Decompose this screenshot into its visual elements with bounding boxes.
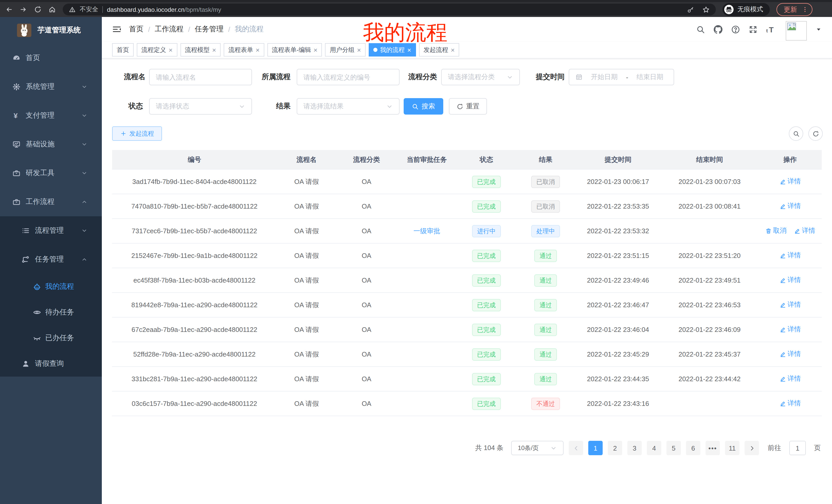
detail-link[interactable]: 详情: [794, 226, 815, 235]
column-header: 结束时间: [660, 155, 758, 164]
submit-time-range[interactable]: 开始日期 - 结束日期: [569, 69, 674, 85]
detail-link[interactable]: 详情: [779, 374, 801, 384]
search-button[interactable]: 搜索: [404, 98, 443, 115]
status-select[interactable]: 请选择状态: [149, 98, 252, 115]
cell-actions: 详情: [758, 177, 822, 187]
category-select[interactable]: 请选择流程分类: [441, 69, 520, 85]
tab-close-icon[interactable]: ×: [407, 47, 411, 53]
breadcrumb-item[interactable]: 任务管理: [195, 25, 224, 34]
detail-link[interactable]: 详情: [779, 325, 801, 334]
sidebar-item-yen[interactable]: ¥支付管理: [0, 101, 102, 130]
detail-link[interactable]: 详情: [779, 399, 801, 408]
kebab-menu-icon[interactable]: [802, 6, 808, 13]
page-button[interactable]: 3: [627, 441, 642, 455]
tab-item[interactable]: 流程表单-编辑×: [267, 43, 322, 57]
chevron-up-icon: [81, 256, 87, 262]
table-row: 7470a810-7b9b-11ec-b5b7-acde48001122OA 请…: [112, 194, 822, 219]
prev-page-button[interactable]: [569, 441, 583, 455]
browser-update-button[interactable]: 更新: [777, 3, 812, 16]
avatar-caret-icon[interactable]: [815, 26, 822, 32]
trash-icon: [765, 228, 772, 234]
sidebar-item-dashboard[interactable]: 首页: [0, 44, 102, 73]
page-button[interactable]: 1: [588, 441, 603, 455]
table-search-toggle-button[interactable]: [789, 127, 803, 141]
cell-process-id: 7317cec6-7b9b-11ec-b5b7-acde48001122: [112, 227, 277, 235]
help-icon[interactable]: [731, 25, 740, 34]
detail-link[interactable]: 详情: [779, 349, 801, 359]
address-bar[interactable]: 不安全 dashboard.yudao.iocoder.cn/bpm/task/…: [63, 4, 716, 16]
page-size-select[interactable]: 10条/页: [511, 441, 564, 455]
reset-button[interactable]: 重置: [449, 98, 487, 115]
table-refresh-button[interactable]: [808, 127, 823, 141]
home-icon[interactable]: [48, 6, 56, 13]
cell-end-time: 2022-01-23 00:08:41: [660, 202, 758, 210]
tab-close-icon[interactable]: ×: [256, 47, 259, 53]
search-icon[interactable]: [696, 25, 705, 34]
tab-item[interactable]: 首页: [112, 43, 134, 57]
fullscreen-icon[interactable]: [749, 25, 757, 34]
sidebar-item-robot[interactable]: 我的流程: [0, 274, 102, 300]
hamburger-icon[interactable]: [112, 25, 121, 34]
chevron-down-icon: [81, 170, 87, 176]
tab-close-icon[interactable]: ×: [451, 47, 454, 53]
page-button[interactable]: 6: [686, 441, 700, 455]
column-header: 流程名: [277, 155, 336, 164]
tab-close-icon[interactable]: ×: [212, 47, 216, 53]
app-logo-row[interactable]: 芋道管理系统: [0, 17, 102, 44]
tab-item[interactable]: 用户分组×: [325, 43, 366, 57]
sidebar-item-briefcase[interactable]: 工作流程: [0, 188, 102, 216]
tab-close-icon[interactable]: ×: [314, 47, 317, 53]
sidebar-item-flow[interactable]: 任务管理: [0, 245, 102, 274]
tab-close-icon[interactable]: ×: [357, 47, 361, 53]
page-button[interactable]: 11: [725, 441, 739, 455]
tab-item[interactable]: 流程定义×: [137, 43, 177, 57]
forward-icon[interactable]: [20, 6, 27, 13]
pager-ellipsis[interactable]: •••: [705, 441, 720, 455]
current-task-link[interactable]: 一级审批: [413, 227, 440, 234]
sidebar-item-gear[interactable]: 系统管理: [0, 73, 102, 101]
cancel-link[interactable]: 取消: [765, 226, 786, 235]
start-date-placeholder: 开始日期: [587, 73, 622, 82]
bookmark-star-icon[interactable]: [702, 6, 710, 13]
page-button[interactable]: 2: [608, 441, 622, 455]
goto-page-input[interactable]: [789, 441, 806, 455]
action-label: 详情: [787, 300, 801, 310]
submit-time-label: 提交时间: [536, 73, 565, 82]
cell-current-task: 一级审批: [397, 226, 457, 235]
page-button[interactable]: 5: [667, 441, 681, 455]
reload-icon[interactable]: [34, 6, 42, 13]
process-name-input[interactable]: [149, 69, 252, 85]
breadcrumb-item[interactable]: 首页: [129, 25, 144, 34]
back-icon[interactable]: [5, 6, 13, 13]
definition-input[interactable]: [297, 69, 399, 85]
breadcrumb-separator: /: [188, 25, 190, 33]
detail-link[interactable]: 详情: [779, 202, 801, 211]
font-size-icon[interactable]: tT: [766, 25, 775, 34]
password-key-icon[interactable]: [687, 6, 694, 13]
create-process-button[interactable]: 发起流程: [112, 127, 162, 141]
sidebar-item-eye[interactable]: 待办任务: [0, 300, 102, 325]
tab-item[interactable]: 流程表单×: [224, 43, 264, 57]
tab-item[interactable]: 流程模型×: [180, 43, 220, 57]
url-host: dashboard.yudao.iocoder.cn: [107, 6, 185, 13]
detail-link[interactable]: 详情: [779, 251, 801, 260]
cell-result: 通过: [516, 274, 575, 286]
tab-label: 我的流程: [380, 46, 405, 54]
detail-link[interactable]: 详情: [779, 177, 801, 186]
breadcrumb-item[interactable]: 工作流程: [155, 25, 184, 34]
sidebar-item-eyeclosed[interactable]: 已办任务: [0, 325, 102, 351]
tab-active-dot: [373, 48, 378, 52]
avatar[interactable]: [786, 21, 807, 40]
sidebar-item-user[interactable]: 请假查询: [0, 351, 102, 376]
detail-link[interactable]: 详情: [779, 276, 801, 285]
cell-category: OA: [336, 276, 397, 284]
detail-link[interactable]: 详情: [779, 300, 801, 310]
result-select[interactable]: 请选择流结果: [297, 98, 399, 115]
github-icon[interactable]: [714, 25, 723, 34]
sidebar-item-list[interactable]: 流程管理: [0, 216, 102, 245]
sidebar-item-briefcase[interactable]: 研发工具: [0, 159, 102, 188]
page-button[interactable]: 4: [647, 441, 661, 455]
sidebar-item-monitor[interactable]: 基础设施: [0, 130, 102, 159]
next-page-button[interactable]: [745, 441, 759, 455]
tab-close-icon[interactable]: ×: [169, 47, 173, 53]
